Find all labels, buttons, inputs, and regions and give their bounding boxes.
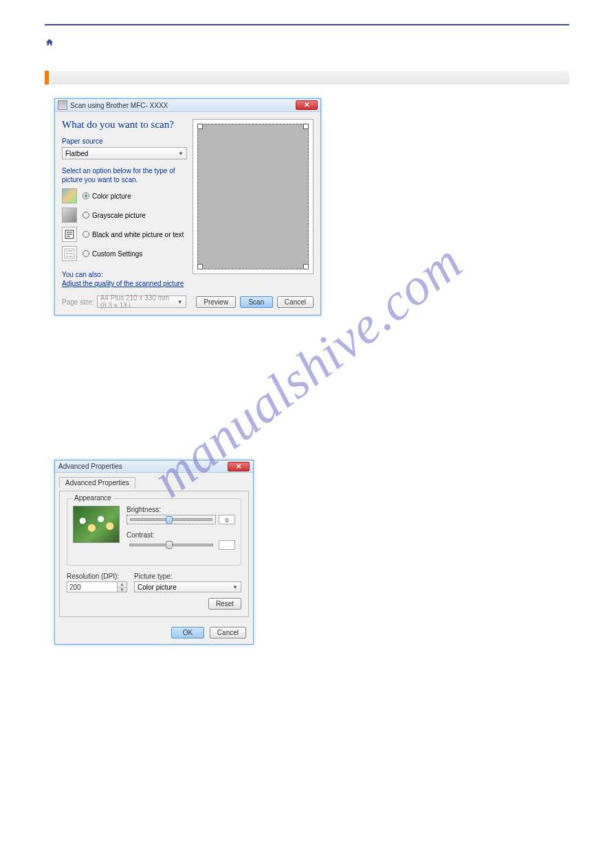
preview-button[interactable]: Preview (196, 296, 236, 308)
scan-dialog: Scan using Brother MFC- XXXX ✕ What do y… (54, 98, 321, 315)
cancel-button[interactable]: Cancel (277, 296, 314, 308)
picture-type-dropdown[interactable]: Color picture ▼ (134, 581, 241, 592)
contrast-label: Contrast: (127, 531, 235, 539)
ok-button[interactable]: OK (171, 627, 204, 638)
option-custom-label: Custom Settings (92, 250, 142, 258)
page-size-label: Page size: (62, 298, 94, 306)
option-grayscale-label: Grayscale picture (92, 212, 146, 219)
radio-bw[interactable] (83, 231, 89, 238)
radio-color[interactable] (83, 192, 89, 199)
picture-type-value: Color picture (138, 583, 177, 591)
close-button[interactable]: ✕ (228, 462, 250, 471)
paper-source-value: Flatbed (65, 150, 88, 157)
scan-button[interactable]: Scan (240, 296, 273, 308)
scan-title: Scan using Brother MFC- XXXX (70, 102, 168, 109)
bw-picture-icon (62, 227, 77, 242)
brightness-value: 0 (219, 515, 235, 524)
cancel-button[interactable]: Cancel (210, 627, 246, 638)
slider-thumb[interactable] (166, 541, 173, 549)
scan-instruction: Select an option below for the type of p… (62, 166, 187, 184)
note-bar (45, 71, 569, 85)
adv-title: Advanced Properties (58, 463, 122, 470)
also-label: You can also: (62, 271, 187, 278)
top-rule (45, 24, 569, 25)
crop-handle[interactable] (303, 264, 309, 269)
option-grayscale[interactable]: Grayscale picture (62, 208, 187, 223)
home-icon[interactable] (45, 38, 54, 47)
resolution-label: Resolution (DPI): (67, 572, 127, 580)
radio-grayscale[interactable] (83, 212, 89, 219)
appearance-group: Appearance Brightness: 0 Contrast: (67, 498, 241, 566)
option-color[interactable]: Color picture (62, 188, 187, 203)
brightness-label: Brightness: (127, 506, 235, 513)
color-picture-icon (62, 188, 77, 203)
scan-titlebar: Scan using Brother MFC- XXXX ✕ (55, 99, 320, 112)
reset-button[interactable]: Reset (208, 598, 241, 610)
page-size-dropdown: A4 Plus 210 x 330 mm (8.3 x 13 i ▼ (97, 296, 186, 308)
chevron-down-icon: ▼ (178, 151, 184, 157)
scan-heading: What do you want to scan? (62, 119, 187, 131)
option-bw[interactable]: Black and white picture or text (62, 227, 187, 242)
adv-titlebar: Advanced Properties ✕ (55, 460, 253, 473)
crop-handle[interactable] (303, 124, 309, 129)
paper-source-label: Paper source (62, 137, 187, 145)
grayscale-picture-icon (62, 208, 77, 223)
preview-area[interactable] (197, 124, 309, 269)
option-color-label: Color picture (92, 192, 131, 200)
resolution-value: 200 (69, 583, 81, 591)
contrast-value (219, 540, 235, 550)
page-size-value: A4 Plus 210 x 330 mm (8.3 x 13 i (100, 294, 177, 309)
crop-handle[interactable] (197, 264, 203, 269)
option-bw-label: Black and white picture or text (92, 231, 184, 238)
brightness-slider[interactable] (127, 515, 216, 524)
tab-advanced-properties[interactable]: Advanced Properties (59, 477, 135, 488)
custom-settings-icon (62, 246, 77, 261)
resolution-input[interactable]: 200 ▲▼ (67, 581, 127, 592)
adjust-quality-link[interactable]: Adjust the quality of the scanned pictur… (62, 280, 184, 287)
appearance-label: Appearance (72, 494, 113, 502)
paper-source-dropdown[interactable]: Flatbed ▼ (62, 147, 187, 159)
slider-thumb[interactable] (166, 516, 173, 524)
scanner-icon (58, 100, 67, 110)
picture-type-label: Picture type: (134, 572, 241, 580)
option-custom[interactable]: Custom Settings (62, 246, 187, 261)
resolution-spinner[interactable]: ▲▼ (118, 581, 127, 592)
appearance-thumbnail (73, 506, 120, 543)
close-button[interactable]: ✕ (296, 100, 318, 110)
advanced-properties-dialog: Advanced Properties ✕ Advanced Propertie… (54, 460, 254, 645)
crop-handle[interactable] (197, 124, 203, 129)
chevron-down-icon: ▼ (177, 299, 183, 305)
preview-frame (193, 119, 314, 274)
radio-custom[interactable] (83, 250, 89, 257)
contrast-slider[interactable] (127, 540, 216, 550)
chevron-down-icon: ▼ (232, 584, 238, 590)
